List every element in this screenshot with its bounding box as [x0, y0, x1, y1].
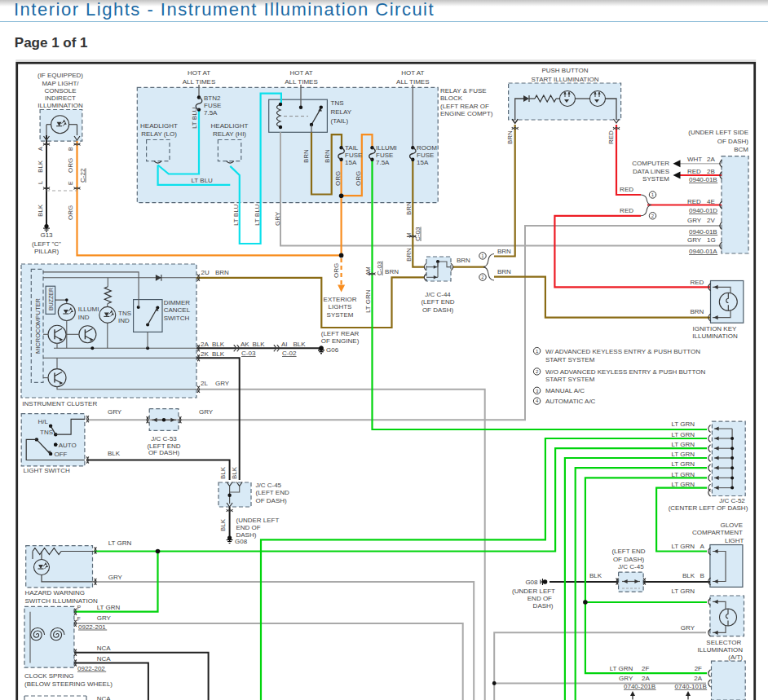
svg-text:INSTRUMENT CLUSTER: INSTRUMENT CLUSTER: [22, 400, 97, 407]
svg-text:BLK: BLK: [212, 341, 225, 348]
svg-text:2V: 2V: [707, 217, 715, 224]
svg-text:(A/T): (A/T): [728, 654, 743, 661]
svg-text:G13: G13: [40, 231, 53, 239]
svg-text:7.5A: 7.5A: [204, 109, 218, 117]
svg-text:(LEFT "C": (LEFT "C": [32, 240, 61, 248]
svg-text:ORG: ORG: [334, 171, 342, 186]
svg-text:0940-01A: 0940-01A: [689, 248, 717, 255]
svg-text:HAZARD WARNING: HAZARD WARNING: [25, 589, 85, 597]
svg-text:E: E: [68, 181, 73, 185]
svg-text:ORG: ORG: [67, 158, 74, 173]
svg-text:P: P: [77, 605, 81, 610]
svg-text:BUZZER: BUZZER: [48, 288, 54, 310]
svg-text:2U: 2U: [201, 269, 210, 276]
svg-text:BRN: BRN: [215, 269, 229, 276]
svg-text:LIGHTS: LIGHTS: [329, 303, 352, 310]
svg-text:A: A: [38, 147, 43, 151]
svg-text:J/C C-52: J/C C-52: [719, 497, 745, 504]
svg-text:LT BLU: LT BLU: [191, 107, 198, 129]
svg-text:LT GRN: LT GRN: [610, 665, 633, 672]
svg-text:BRN: BRN: [302, 149, 310, 163]
svg-text:BLK: BLK: [294, 341, 307, 348]
svg-text:TNS: TNS: [40, 429, 53, 436]
svg-text:LT GRN: LT GRN: [671, 441, 695, 448]
svg-text:2F: 2F: [642, 665, 649, 672]
svg-text:ROOM: ROOM: [417, 144, 437, 152]
svg-text:B: B: [68, 147, 73, 151]
svg-text:(BELOW STEERING WHEEL): (BELOW STEERING WHEEL): [24, 680, 113, 688]
svg-text:END OF: END OF: [236, 524, 261, 531]
svg-text:OF DASH): OF DASH): [256, 497, 288, 504]
svg-text:2A: 2A: [642, 675, 650, 682]
svg-text:MAP LIGHT/: MAP LIGHT/: [42, 80, 79, 87]
svg-text:2A: 2A: [201, 341, 209, 348]
svg-text:BRN: BRN: [405, 201, 413, 215]
svg-text:A: A: [700, 543, 705, 550]
svg-text:W/O ADVANCED KEYLESS ENTRY & P: W/O ADVANCED KEYLESS ENTRY & PUSH BUTTON: [545, 368, 706, 376]
svg-text:NCA: NCA: [97, 695, 112, 700]
svg-text:GRY: GRY: [687, 217, 702, 224]
svg-text:MICROCOMPUTER: MICROCOMPUTER: [34, 298, 42, 354]
svg-text:LT GRN: LT GRN: [671, 543, 695, 550]
svg-text:ALL TIMES: ALL TIMES: [396, 78, 429, 86]
svg-text:ILLUMINATION: ILLUMINATION: [38, 102, 83, 109]
svg-text:M: M: [406, 233, 412, 238]
svg-text:PILLAR): PILLAR): [34, 248, 60, 255]
svg-text:J/C C-44: J/C C-44: [425, 291, 451, 298]
svg-text:15A: 15A: [345, 159, 357, 166]
svg-text:ILLUMI: ILLUMI: [78, 306, 99, 313]
svg-text:PUSH BUTTON: PUSH BUTTON: [541, 67, 588, 74]
svg-text:GRY: GRY: [619, 675, 633, 682]
svg-text:LT GRN: LT GRN: [671, 431, 695, 438]
svg-text:B: B: [700, 572, 704, 579]
svg-text:C-03: C-03: [414, 227, 422, 241]
svg-text:GRY: GRY: [108, 408, 122, 416]
svg-text:(CENTER LEFT OF DASH): (CENTER LEFT OF DASH): [669, 504, 748, 512]
svg-text:SYSTEM: SYSTEM: [642, 175, 669, 183]
svg-text:RED: RED: [691, 279, 704, 286]
svg-text:SWITCH ILLUMINATION: SWITCH ILLUMINATION: [25, 597, 98, 605]
svg-text:SWITCH: SWITCH: [164, 315, 190, 322]
svg-text:GRY: GRY: [687, 236, 702, 244]
svg-text:RED: RED: [607, 130, 615, 144]
svg-text:HOT AT: HOT AT: [289, 69, 312, 77]
svg-text:1G: 1G: [707, 236, 716, 244]
svg-text:LT GRN: LT GRN: [671, 460, 695, 468]
svg-text:G06: G06: [326, 346, 339, 354]
svg-text:15A: 15A: [417, 159, 429, 166]
svg-text:AUTO: AUTO: [59, 442, 77, 449]
svg-text:BLK: BLK: [212, 350, 225, 358]
svg-text:START SYSTEM: START SYSTEM: [545, 376, 595, 383]
svg-text:GRY: GRY: [274, 211, 281, 226]
svg-text:IND: IND: [78, 314, 90, 321]
svg-text:AI: AI: [281, 341, 288, 348]
svg-text:RELAY & FUSE: RELAY & FUSE: [440, 87, 487, 95]
svg-text:LT GRN: LT GRN: [97, 604, 121, 611]
svg-text:ALL TIMES: ALL TIMES: [183, 78, 215, 86]
svg-text:(UNDER LEFT: (UNDER LEFT: [236, 517, 280, 524]
svg-text:LT GRN: LT GRN: [671, 481, 695, 488]
svg-text:AUTOMATIC A/C: AUTOMATIC A/C: [545, 398, 596, 405]
svg-text:GRY: GRY: [108, 574, 123, 581]
svg-text:LT BLU: LT BLU: [192, 177, 214, 184]
svg-text:CLOCK SPRING: CLOCK SPRING: [24, 672, 73, 680]
svg-text:EXTERIOR: EXTERIOR: [324, 296, 357, 303]
svg-text:BLK: BLK: [219, 518, 227, 531]
svg-text:2B: 2B: [707, 168, 715, 175]
svg-text:2A: 2A: [694, 675, 702, 682]
svg-text:0940-01D: 0940-01D: [689, 207, 717, 214]
svg-text:DASH): DASH): [533, 602, 554, 610]
svg-text:CONSOLE: CONSOLE: [44, 87, 76, 95]
svg-text:(UNDER LEFT: (UNDER LEFT: [512, 588, 555, 595]
svg-text:H/L: H/L: [38, 418, 49, 425]
svg-text:G08: G08: [235, 538, 248, 545]
svg-text:LT GRN: LT GRN: [364, 289, 372, 313]
svg-text:LT GRN: LT GRN: [671, 451, 695, 458]
svg-text:BLK: BLK: [219, 466, 227, 479]
svg-text:BLK: BLK: [37, 204, 44, 217]
svg-text:J/C C-45: J/C C-45: [618, 563, 644, 570]
svg-text:CANCEL: CANCEL: [164, 306, 191, 314]
svg-text:GRY: GRY: [681, 624, 695, 632]
svg-text:C-03: C-03: [376, 261, 383, 275]
svg-text:WHT: WHT: [687, 156, 702, 163]
